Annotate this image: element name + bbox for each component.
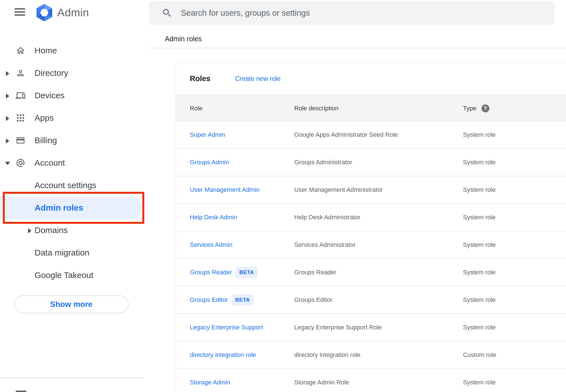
- card-title: Roles: [190, 63, 211, 95]
- table-row: Services Admin Services Administrator Sy…: [176, 231, 566, 259]
- role-description: Groups Editor: [294, 286, 332, 313]
- billing-card-icon: [16, 136, 25, 145]
- sidebar-item-devices[interactable]: Devices: [0, 84, 149, 107]
- role-link[interactable]: directory integration role: [190, 351, 256, 359]
- sidebar-item-data-migration[interactable]: Data migration: [0, 241, 149, 264]
- sidebar-item-label: Account: [35, 152, 65, 174]
- role-description: Groups Administrator: [294, 149, 352, 176]
- column-header-type: Type ?: [463, 95, 489, 122]
- role-link[interactable]: Groups Reader: [190, 269, 232, 276]
- sidebar-item-label: Devices: [35, 84, 65, 107]
- role-description: Legacy Enterprise Support Role: [294, 314, 382, 341]
- roles-card: Roles Create new role Role Role descript…: [176, 63, 566, 392]
- role-link[interactable]: User Management Admin: [190, 186, 259, 193]
- role-type: System role: [463, 369, 496, 392]
- content-divider: [149, 48, 566, 48]
- devices-icon: [16, 91, 25, 100]
- expand-right-icon[interactable]: [6, 138, 9, 143]
- sidebar-item-google-takeout[interactable]: Google Takeout: [0, 264, 149, 286]
- role-description: User Management Administrator: [294, 176, 383, 203]
- expand-right-icon[interactable]: [6, 71, 9, 76]
- beta-badge: BETA: [232, 294, 254, 306]
- role-link[interactable]: Super Admin: [190, 131, 225, 138]
- table-row: User Management Admin User Management Ad…: [176, 176, 566, 204]
- admin-console: Admin Home Directory De: [0, 0, 566, 392]
- search-input[interactable]: [181, 1, 540, 25]
- search-icon: [162, 8, 172, 18]
- role-type: System role: [463, 149, 496, 176]
- beta-badge: BETA: [236, 267, 257, 278]
- home-icon: [16, 46, 25, 55]
- directory-person-icon: [16, 68, 25, 78]
- role-description: Storage Admin Role: [294, 369, 349, 392]
- role-description: Services Administrator: [294, 231, 356, 258]
- column-header-type-label: Type: [463, 95, 476, 122]
- expand-right-icon[interactable]: [6, 94, 9, 99]
- sidebar-item-label: Data migration: [35, 241, 89, 264]
- column-header-role: Role: [190, 95, 202, 122]
- column-header-description: Role description: [294, 95, 339, 122]
- table-row: Groups Reader BETA Groups Reader System …: [176, 259, 566, 286]
- menu-icon[interactable]: [15, 8, 25, 16]
- roles-card-header: Roles Create new role: [176, 63, 566, 95]
- sidebar-item-domains[interactable]: Domains: [0, 219, 149, 241]
- role-type: System role: [463, 286, 496, 313]
- app-title: Admin: [57, 6, 89, 19]
- table-row: Groups Editor BETA Groups Editor System …: [176, 286, 566, 314]
- sidebar-item-account[interactable]: Account: [0, 152, 149, 174]
- role-type: Custom role: [463, 341, 496, 368]
- table-row: directory integration role directory int…: [176, 341, 566, 369]
- sidebar: Admin Home Directory De: [0, 0, 149, 392]
- sidebar-item-account-settings[interactable]: Account settings: [0, 174, 149, 197]
- table-row: Help Desk Admin Help Desk Administrator …: [176, 204, 566, 231]
- roles-table-body: Super Admin Google Apps Administrator Se…: [176, 121, 566, 392]
- expand-down-icon[interactable]: [5, 162, 10, 165]
- role-type: System role: [463, 121, 496, 148]
- role-link[interactable]: Groups Editor: [190, 296, 228, 304]
- sidebar-divider: [0, 377, 144, 378]
- role-link[interactable]: Services Admin: [190, 241, 232, 249]
- sidebar-item-label: Domains: [35, 219, 68, 241]
- expand-right-icon[interactable]: [28, 228, 31, 233]
- search-bar[interactable]: [149, 1, 554, 25]
- at-sign-icon: [16, 158, 25, 168]
- sidebar-item-label: Directory: [35, 62, 68, 84]
- sidebar-item-label: Account settings: [35, 174, 96, 197]
- create-new-role-link[interactable]: Create new role: [235, 63, 280, 95]
- sidebar-item-label: Billing: [35, 129, 57, 152]
- role-type: System role: [463, 231, 496, 258]
- role-type: System role: [463, 176, 496, 203]
- table-row: Legacy Enterprise Support Legacy Enterpr…: [176, 314, 566, 341]
- breadcrumb: Admin roles: [165, 35, 202, 43]
- role-description: Google Apps Administrator Seed Role: [294, 121, 398, 148]
- sidebar-item-home[interactable]: Home: [0, 39, 149, 62]
- expand-right-icon[interactable]: [6, 116, 9, 121]
- sidebar-item-label: Home: [35, 39, 57, 62]
- admin-logo-icon: [35, 4, 53, 22]
- role-link[interactable]: Groups Admin: [190, 159, 229, 166]
- table-row: Storage Admin Storage Admin Role System …: [176, 369, 566, 392]
- sidebar-item-label: Google Takeout: [35, 264, 93, 286]
- role-description: Help Desk Administrator: [294, 204, 360, 231]
- role-link[interactable]: Legacy Enterprise Support: [190, 324, 263, 331]
- role-type: System role: [463, 204, 496, 231]
- admin-logo: Admin: [35, 4, 89, 22]
- table-header-row: Role Role description Type ?: [176, 95, 566, 121]
- role-link[interactable]: Storage Admin: [190, 379, 230, 386]
- role-description: Groups Reader: [294, 259, 336, 286]
- table-row: Super Admin Google Apps Administrator Se…: [176, 121, 566, 149]
- role-type: System role: [463, 314, 496, 341]
- table-row: Groups Admin Groups Administrator System…: [176, 149, 566, 176]
- sidebar-item-apps[interactable]: Apps: [0, 107, 149, 129]
- help-icon[interactable]: ?: [481, 104, 489, 112]
- sidebar-item-directory[interactable]: Directory: [0, 62, 149, 84]
- sidebar-item-billing[interactable]: Billing: [0, 129, 149, 152]
- apps-grid-icon: [16, 113, 25, 123]
- sidebar-item-admin-roles[interactable]: Admin roles: [0, 197, 149, 219]
- partially-visible-icon: [16, 391, 26, 392]
- show-more-button[interactable]: Show more: [14, 295, 129, 313]
- role-link[interactable]: Help Desk Admin: [190, 214, 237, 221]
- sidebar-item-label: Apps: [35, 107, 54, 129]
- sidebar-item-label: Admin roles: [35, 197, 83, 219]
- role-description: directory integration role: [294, 341, 360, 368]
